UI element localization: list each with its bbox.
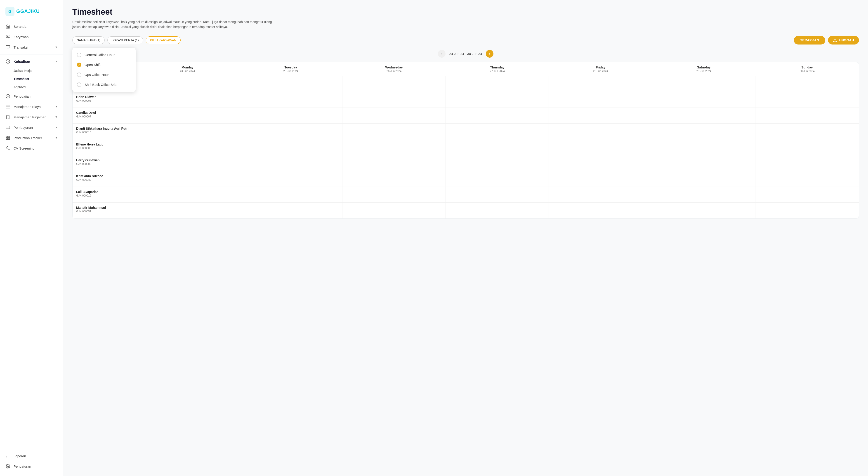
shift-cell[interactable] xyxy=(136,139,239,155)
shift-cell[interactable] xyxy=(446,92,549,107)
sidebar-item-cv-screening[interactable]: CV Screening xyxy=(0,143,63,153)
prev-date-button[interactable]: ‹ xyxy=(438,50,445,58)
shift-cell[interactable] xyxy=(652,76,755,92)
sidebar-item-kehadiran[interactable]: Kehadiran ▲ xyxy=(0,56,63,67)
shift-cell[interactable] xyxy=(136,124,239,139)
shift-cell[interactable] xyxy=(652,108,755,123)
sidebar-item-manajemen-pinjaman[interactable]: Manajemen Pinjaman ▼ xyxy=(0,112,63,122)
sidebar-sub-jadwal-kerja[interactable]: Jadwal Kerja xyxy=(0,67,63,75)
shift-cell[interactable] xyxy=(136,171,239,187)
sidebar-item-karyawan[interactable]: Karyawan xyxy=(0,32,63,42)
table-row[interactable]: Laili SyapariahGJK.000015 xyxy=(72,187,859,203)
terapkan-button[interactable]: TERAPKAN xyxy=(794,36,825,44)
dropdown-item-general-office-hour[interactable]: General Office Hour xyxy=(72,50,135,60)
shift-cell[interactable] xyxy=(549,124,652,139)
dropdown-item-ops-office-hour[interactable]: Ops Office Hour xyxy=(72,70,135,80)
sidebar-sub-timesheet[interactable]: Timesheet xyxy=(0,75,63,83)
unggah-button[interactable]: UNGGAH xyxy=(828,36,859,44)
shift-cell[interactable] xyxy=(239,203,342,218)
shift-cell[interactable] xyxy=(446,139,549,155)
shift-cell[interactable] xyxy=(652,187,755,202)
shift-cell[interactable] xyxy=(652,124,755,139)
shift-cell[interactable] xyxy=(136,187,239,202)
sidebar-item-production-tracker[interactable]: Production Tracker ▼ xyxy=(0,133,63,143)
shift-cell[interactable] xyxy=(652,203,755,218)
shift-cell[interactable] xyxy=(755,171,859,187)
shift-cell[interactable] xyxy=(342,203,446,218)
shift-cell[interactable] xyxy=(136,76,239,92)
shift-cell[interactable] xyxy=(342,155,446,171)
sidebar-item-laporan[interactable]: Laporan xyxy=(0,451,63,461)
checkbox-shift-back-office[interactable] xyxy=(77,83,81,87)
shift-cell[interactable] xyxy=(136,92,239,107)
table-row[interactable]: Dianti Sihkathara Inggita Agri PutriGJK.… xyxy=(72,124,859,139)
shift-cell[interactable] xyxy=(549,155,652,171)
shift-cell[interactable] xyxy=(755,92,859,107)
shift-cell[interactable] xyxy=(549,76,652,92)
shift-cell[interactable] xyxy=(755,203,859,218)
table-row[interactable]: Anthony WitarsaGJK.000013 xyxy=(72,76,859,92)
table-row[interactable]: Cantika DewiGJK.000007 xyxy=(72,108,859,124)
shift-cell[interactable] xyxy=(652,155,755,171)
shift-cell[interactable] xyxy=(239,92,342,107)
shift-cell[interactable] xyxy=(239,139,342,155)
shift-cell[interactable] xyxy=(446,76,549,92)
shift-cell[interactable] xyxy=(239,124,342,139)
shift-cell[interactable] xyxy=(239,108,342,123)
shift-cell[interactable] xyxy=(755,139,859,155)
shift-cell[interactable] xyxy=(755,155,859,171)
shift-cell[interactable] xyxy=(446,124,549,139)
pilih-karyawan-filter[interactable]: PILIH KARYAWAN xyxy=(146,36,181,44)
dropdown-item-shift-back-office[interactable]: Shift Back Office Brian xyxy=(72,80,135,90)
shift-cell[interactable] xyxy=(446,155,549,171)
nama-shift-filter[interactable]: NAMA SHIFT (1) xyxy=(72,36,105,44)
shift-cell[interactable] xyxy=(342,171,446,187)
shift-cell[interactable] xyxy=(549,139,652,155)
shift-cell[interactable] xyxy=(136,203,239,218)
next-date-button[interactable]: › xyxy=(486,50,493,58)
table-row[interactable]: Effene Herry LatipGJK.000006 xyxy=(72,139,859,155)
shift-cell[interactable] xyxy=(239,155,342,171)
shift-cell[interactable] xyxy=(446,203,549,218)
shift-cell[interactable] xyxy=(755,124,859,139)
shift-cell[interactable] xyxy=(342,139,446,155)
sidebar-item-pengaturan[interactable]: Pengaturan xyxy=(0,461,63,472)
shift-cell[interactable] xyxy=(342,124,446,139)
shift-cell[interactable] xyxy=(136,108,239,123)
shift-cell[interactable] xyxy=(239,187,342,202)
shift-cell[interactable] xyxy=(755,108,859,123)
shift-cell[interactable] xyxy=(239,171,342,187)
shift-cell[interactable] xyxy=(136,155,239,171)
table-row[interactable]: Herry GunawanGJK.000002 xyxy=(72,155,859,171)
sidebar-sub-approval[interactable]: Approval xyxy=(0,83,63,91)
sidebar-item-beranda[interactable]: Beranda xyxy=(0,21,63,32)
sidebar-item-transaksi[interactable]: Transaksi ▼ xyxy=(0,42,63,53)
shift-cell[interactable] xyxy=(549,108,652,123)
shift-cell[interactable] xyxy=(342,187,446,202)
table-row[interactable]: Mahatir MuhammadGJK.000051 xyxy=(72,203,859,218)
sidebar-item-penggajian[interactable]: Penggajian xyxy=(0,91,63,101)
checkbox-ops-office-hour[interactable] xyxy=(77,72,81,77)
dropdown-item-open-shift[interactable]: ✓ Open Shift xyxy=(72,60,135,70)
shift-cell[interactable] xyxy=(755,187,859,202)
shift-cell[interactable] xyxy=(549,92,652,107)
shift-cell[interactable] xyxy=(342,92,446,107)
shift-cell[interactable] xyxy=(755,76,859,92)
shift-cell[interactable] xyxy=(446,187,549,202)
sidebar-item-manajemen-biaya[interactable]: Manajemen Biaya ▼ xyxy=(0,101,63,112)
shift-cell[interactable] xyxy=(342,76,446,92)
sidebar-item-pembayaran[interactable]: Pembayaran ▼ xyxy=(0,122,63,133)
shift-cell[interactable] xyxy=(446,108,549,123)
shift-cell[interactable] xyxy=(549,203,652,218)
checkbox-general-office-hour[interactable] xyxy=(77,53,81,57)
table-row[interactable]: Brian RidwanGJK.000005 xyxy=(72,92,859,108)
shift-cell[interactable] xyxy=(652,171,755,187)
shift-cell[interactable] xyxy=(446,171,549,187)
table-row[interactable]: Kristianto SukocoGJK-000052 xyxy=(72,171,859,187)
lokasi-kerja-filter[interactable]: LOKASI KERJA (1) xyxy=(107,36,143,44)
shift-cell[interactable] xyxy=(652,92,755,107)
shift-cell[interactable] xyxy=(239,76,342,92)
shift-cell[interactable] xyxy=(342,108,446,123)
checkbox-open-shift[interactable]: ✓ xyxy=(77,63,81,67)
shift-cell[interactable] xyxy=(549,171,652,187)
